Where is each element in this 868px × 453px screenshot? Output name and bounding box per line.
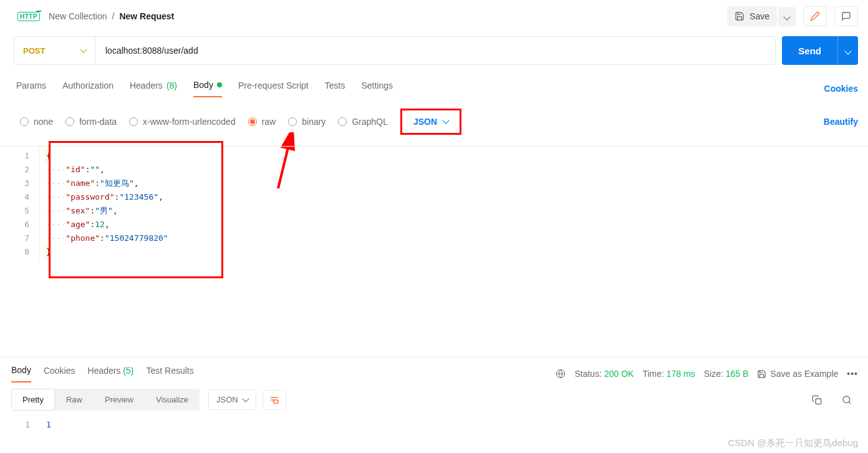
status-label: Status: 200 OK <box>574 369 634 379</box>
pencil-icon <box>810 11 820 21</box>
editor-gutter: 12345678 <box>0 147 40 261</box>
comment-icon <box>841 11 851 21</box>
body-type-formdata[interactable]: form-data <box>65 117 117 127</box>
chevron-down-icon <box>242 395 249 402</box>
editor-code[interactable]: { ····"id":"", ····"name":"知更鸟", ····"pa… <box>40 147 168 261</box>
save-label: Save <box>750 11 769 21</box>
save-button[interactable]: Save <box>727 6 777 26</box>
breadcrumb-collection[interactable]: New Collection <box>49 11 107 21</box>
time-label: Time: 178 ms <box>642 369 695 379</box>
copy-button[interactable] <box>806 391 828 409</box>
view-pretty[interactable]: Pretty <box>11 389 55 411</box>
search-button[interactable] <box>836 391 858 409</box>
view-preview[interactable]: Preview <box>94 389 145 411</box>
response-body-editor[interactable]: 1 1 <box>0 416 868 453</box>
breadcrumb-request[interactable]: New Request <box>119 11 174 21</box>
breadcrumb-separator: / <box>112 11 114 21</box>
http-icon: HTTP <box>17 12 40 21</box>
raw-format-dropdown[interactable]: JSON <box>400 109 461 135</box>
method-label: POST <box>23 46 45 56</box>
response-view-segment: Pretty Raw Preview Visualize <box>11 389 200 411</box>
tab-settings[interactable]: Settings <box>361 80 393 97</box>
svg-point-6 <box>843 396 850 403</box>
send-button[interactable]: Send <box>782 36 837 65</box>
body-type-xwww[interactable]: x-www-form-urlencoded <box>129 117 236 127</box>
more-menu[interactable]: ••• <box>847 369 858 379</box>
save-icon <box>735 11 745 21</box>
body-type-raw[interactable]: raw <box>248 117 276 127</box>
copy-icon <box>812 395 822 405</box>
tab-tests[interactable]: Tests <box>325 80 345 97</box>
response-tab-cookies[interactable]: Cookies <box>44 366 75 382</box>
cookies-link[interactable]: Cookies <box>824 84 858 94</box>
body-type-none[interactable]: none <box>20 117 53 127</box>
body-type-graphql[interactable]: GraphQL <box>338 117 388 127</box>
view-raw[interactable]: Raw <box>55 389 94 411</box>
wrap-icon <box>269 396 279 404</box>
response-headers-count: (5) <box>123 366 133 376</box>
tab-authorization[interactable]: Authorization <box>62 80 113 97</box>
method-selector[interactable]: POST <box>14 37 95 64</box>
globe-icon[interactable] <box>556 369 566 379</box>
response-gutter: 1 <box>0 416 40 434</box>
edit-button[interactable] <box>803 6 827 26</box>
tab-params[interactable]: Params <box>16 80 46 97</box>
response-format-dropdown[interactable]: JSON <box>208 389 256 410</box>
comment-button[interactable] <box>834 6 858 26</box>
tab-headers-label: Headers <box>130 80 163 90</box>
request-body-editor[interactable]: 12345678 { ····"id":"", ····"name":"知更鸟"… <box>0 146 868 261</box>
tab-headers[interactable]: Headers (8) <box>130 80 177 97</box>
response-tab-headers[interactable]: Headers (5) <box>88 366 134 382</box>
save-icon <box>757 369 766 379</box>
tab-body-label: Body <box>193 80 213 90</box>
response-tab-body[interactable]: Body <box>11 365 31 382</box>
raw-format-label: JSON <box>413 117 437 127</box>
breadcrumb: New Collection / New Request <box>49 11 174 21</box>
search-icon <box>842 395 852 405</box>
view-visualize[interactable]: Visualize <box>145 389 200 411</box>
beautify-link[interactable]: Beautify <box>824 117 858 127</box>
tab-prerequest[interactable]: Pre-request Script <box>238 80 309 97</box>
wrap-lines-button[interactable] <box>263 390 286 410</box>
save-as-example[interactable]: Save as Example <box>757 369 838 379</box>
response-tab-tests[interactable]: Test Results <box>146 366 193 382</box>
send-dropdown[interactable] <box>837 36 858 65</box>
svg-line-7 <box>849 402 851 404</box>
svg-rect-5 <box>816 399 821 404</box>
chevron-down-icon <box>442 117 449 124</box>
chevron-down-icon <box>80 46 87 52</box>
tab-body[interactable]: Body <box>193 80 222 97</box>
headers-count: (8) <box>166 80 177 90</box>
size-label: Size: 165 B <box>704 369 749 379</box>
url-input[interactable] <box>95 37 775 64</box>
save-dropdown[interactable] <box>778 7 796 26</box>
body-type-binary[interactable]: binary <box>288 117 326 127</box>
response-code: 1 <box>40 416 51 434</box>
body-active-indicator <box>217 82 222 87</box>
